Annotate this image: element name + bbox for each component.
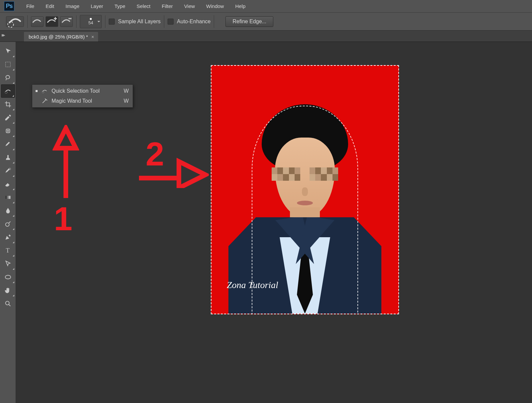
menu-item-help[interactable]: Help bbox=[230, 2, 251, 11]
flyout-shortcut: W bbox=[124, 98, 129, 104]
app-logo-text: Ps bbox=[6, 3, 12, 10]
auto-enhance-option[interactable]: Auto-Enhance bbox=[168, 15, 214, 28]
options-bar: 54 Sample All Layers Auto-Enhance Refine… bbox=[0, 12, 532, 31]
quick-selection-icon bbox=[6, 16, 24, 27]
blur-tool[interactable] bbox=[1, 204, 15, 217]
annotation-number-2: 2 bbox=[146, 135, 164, 173]
menu-item-select[interactable]: Select bbox=[131, 2, 156, 11]
svg-point-6 bbox=[5, 223, 9, 226]
type-tool[interactable]: T bbox=[1, 244, 15, 257]
document-tab-title: bck0.jpg @ 25% (RGB/8) * bbox=[29, 34, 88, 40]
eraser-tool[interactable] bbox=[1, 177, 15, 191]
pixelated-eyes-right bbox=[310, 167, 338, 181]
flyout-item-quick-selection[interactable]: Quick Selection Tool W bbox=[32, 86, 133, 96]
checkbox-sample-all-layers[interactable] bbox=[109, 19, 115, 25]
menu-item-type[interactable]: Type bbox=[109, 2, 131, 11]
healing-brush-tool[interactable] bbox=[1, 124, 15, 138]
refine-edge-button[interactable]: Refine Edge... bbox=[225, 16, 273, 27]
brush-picker[interactable]: 54 bbox=[80, 15, 105, 28]
canvas-area[interactable]: Quick Selection Tool W Magic Wand Tool W… bbox=[16, 42, 532, 403]
selected-marker-icon bbox=[36, 90, 38, 92]
path-selection-tool[interactable] bbox=[1, 257, 15, 270]
selection-mode-group bbox=[31, 15, 76, 28]
marquee-tool[interactable] bbox=[1, 58, 15, 71]
new-selection-button[interactable] bbox=[31, 16, 44, 27]
menu-item-image[interactable]: Image bbox=[60, 2, 85, 11]
svg-rect-1 bbox=[5, 62, 10, 67]
auto-enhance-label: Auto-Enhance bbox=[177, 19, 210, 25]
checkbox-auto-enhance[interactable] bbox=[168, 19, 174, 25]
gradient-tool[interactable] bbox=[1, 191, 15, 204]
brush-tool[interactable] bbox=[1, 138, 15, 151]
close-icon[interactable]: × bbox=[91, 34, 94, 40]
document-tab-strip: bck0.jpg @ 25% (RGB/8) * × bbox=[0, 31, 532, 42]
svg-text:T: T bbox=[6, 247, 9, 254]
menu-item-layer[interactable]: Layer bbox=[85, 2, 109, 11]
shape-tool[interactable] bbox=[1, 270, 15, 284]
eyedropper-tool[interactable] bbox=[1, 111, 15, 124]
flyout-shortcut: W bbox=[124, 88, 129, 94]
menu-bar: Ps File Edit Image Layer Type Select Fil… bbox=[0, 0, 532, 12]
pen-tool[interactable] bbox=[1, 231, 15, 244]
history-brush-tool[interactable] bbox=[1, 164, 15, 177]
brush-dot-icon bbox=[90, 18, 92, 20]
lasso-tool[interactable] bbox=[1, 71, 15, 84]
tool-flyout-menu: Quick Selection Tool W Magic Wand Tool W bbox=[32, 84, 133, 108]
menu-item-window[interactable]: Window bbox=[201, 2, 229, 11]
watermark-text: Zona Tutorial bbox=[227, 280, 278, 290]
menu-item-view[interactable]: View bbox=[179, 2, 200, 11]
crop-tool[interactable] bbox=[1, 98, 15, 111]
zoom-tool[interactable] bbox=[1, 297, 15, 310]
clone-stamp-tool[interactable] bbox=[1, 151, 15, 164]
menu-item-edit[interactable]: Edit bbox=[40, 2, 60, 11]
menu-item-file[interactable]: File bbox=[21, 2, 40, 11]
document-canvas[interactable]: Zona Tutorial bbox=[211, 65, 399, 314]
pixelated-eyes-left bbox=[272, 167, 300, 181]
add-selection-button[interactable] bbox=[46, 16, 58, 27]
move-tool[interactable] bbox=[1, 45, 15, 58]
svg-point-8 bbox=[5, 275, 11, 279]
svg-rect-5 bbox=[5, 196, 10, 199]
sample-all-layers-option[interactable]: Sample All Layers bbox=[109, 15, 164, 28]
flyout-label: Quick Selection Tool bbox=[52, 88, 120, 94]
flyout-item-magic-wand[interactable]: Magic Wand Tool W bbox=[32, 96, 133, 106]
annotation-arrow-1 bbox=[53, 125, 79, 198]
flyout-label: Magic Wand Tool bbox=[52, 98, 120, 104]
quick-selection-tool[interactable] bbox=[1, 84, 15, 98]
hand-tool[interactable] bbox=[1, 284, 15, 297]
menu-item-filter[interactable]: Filter bbox=[157, 2, 178, 11]
brush-size-value: 54 bbox=[88, 21, 93, 25]
chevron-down-icon bbox=[97, 21, 100, 22]
svg-point-9 bbox=[5, 301, 9, 305]
subtract-selection-button[interactable] bbox=[60, 16, 73, 27]
sample-all-layers-label: Sample All Layers bbox=[118, 19, 161, 25]
magic-wand-icon bbox=[41, 98, 48, 104]
dodge-tool[interactable] bbox=[1, 217, 15, 231]
current-tool-preset[interactable] bbox=[6, 15, 28, 28]
quick-selection-icon bbox=[41, 88, 48, 94]
toolbox: T bbox=[0, 42, 16, 403]
annotation-number-1: 1 bbox=[54, 200, 72, 238]
document-tab[interactable]: bck0.jpg @ 25% (RGB/8) * × bbox=[24, 32, 98, 42]
app-logo: Ps bbox=[4, 1, 14, 11]
expand-panels-handle[interactable]: ▶▶ bbox=[2, 33, 5, 37]
workspace: T Quick Selection Tool W Magic Wand Tool… bbox=[0, 42, 532, 403]
